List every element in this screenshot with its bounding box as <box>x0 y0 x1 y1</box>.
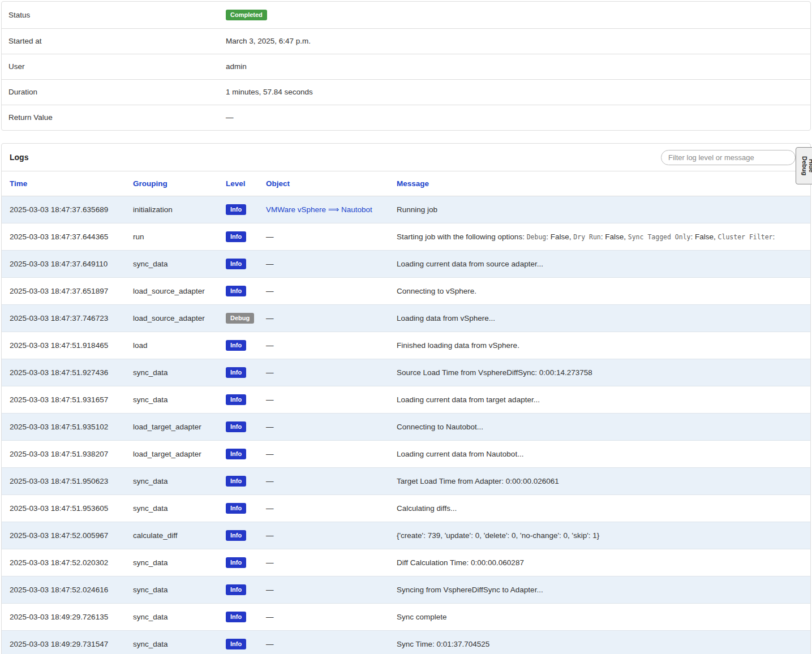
hide-debug-button[interactable]: Hide Debug <box>796 147 812 184</box>
log-object: — <box>258 441 389 468</box>
inline-code: Debug <box>527 233 547 241</box>
log-object: VMWare vSphere ⟹ Nautobot <box>258 196 389 223</box>
log-row: 2025-03-03 18:47:52.024616sync_dataInfo—… <box>2 576 810 604</box>
log-object: — <box>258 604 389 631</box>
log-grouping: run <box>125 223 218 251</box>
column-header-level: Level <box>218 171 258 196</box>
log-message: Syncing from VsphereDiffSync to Adapter.… <box>389 576 810 604</box>
log-row: 2025-03-03 18:47:51.927436sync_dataInfo—… <box>2 359 810 386</box>
log-row: 2025-03-03 18:49:29.731547sync_dataInfo—… <box>2 631 810 654</box>
detail-label: Return Value <box>2 105 219 131</box>
log-message: Sync Time: 0:01:37.704525 <box>389 631 810 654</box>
detail-table-body: StatusCompletedStarted atMarch 3, 2025, … <box>2 2 810 130</box>
log-grouping: sync_data <box>125 604 218 631</box>
log-message: Finished loading data from vSphere. <box>389 332 810 359</box>
column-header-time: Time <box>2 171 125 196</box>
inline-code: Dry Run <box>573 233 600 241</box>
log-level-badge: Info <box>226 367 246 378</box>
message-text: : False, <box>601 233 628 241</box>
detail-value: — <box>219 105 810 131</box>
log-level-badge: Info <box>226 231 246 242</box>
log-row: 2025-03-03 18:47:51.931657sync_dataInfo—… <box>2 386 810 414</box>
log-grouping: sync_data <box>125 359 218 386</box>
detail-value: Completed <box>219 2 810 29</box>
log-message: Loading data from vSphere... <box>389 305 810 332</box>
log-object: — <box>258 522 389 549</box>
detail-row: Duration1 minutes, 57.84 seconds <box>2 80 810 105</box>
log-level-badge: Debug <box>226 313 254 324</box>
log-row: 2025-03-03 18:47:37.746723load_source_ad… <box>2 305 810 332</box>
log-object: — <box>258 495 389 522</box>
log-level-badge: Info <box>226 286 246 296</box>
log-time: 2025-03-03 18:47:51.938207 <box>2 441 125 468</box>
log-object: — <box>258 549 389 576</box>
log-level-badge: Info <box>226 584 246 595</box>
log-message: Connecting to Nautobot... <box>389 414 810 441</box>
log-level: Info <box>218 223 258 251</box>
log-time: 2025-03-03 18:47:52.020302 <box>2 549 125 576</box>
log-time: 2025-03-03 18:47:51.927436 <box>2 359 125 386</box>
log-level: Debug <box>218 305 258 332</box>
job-result-page: StatusCompletedStarted atMarch 3, 2025, … <box>0 0 812 654</box>
log-level-badge: Info <box>226 639 246 649</box>
log-table-header-row: TimeGroupingLevelObjectMessage <box>2 171 810 196</box>
log-row: 2025-03-03 18:47:37.635689initialization… <box>2 196 810 223</box>
log-time: 2025-03-03 18:47:52.005967 <box>2 522 125 549</box>
log-message: Running job <box>389 196 810 223</box>
log-level-badge: Info <box>226 394 246 405</box>
log-grouping: sync_data <box>125 251 218 278</box>
detail-row: Return Value— <box>2 105 810 131</box>
log-message: Target Load Time from Adapter: 0:00:00.0… <box>389 468 810 495</box>
detail-label: Started at <box>2 29 219 54</box>
log-grouping: initialization <box>125 196 218 223</box>
log-grouping: sync_data <box>125 468 218 495</box>
log-row: 2025-03-03 18:47:37.651897load_source_ad… <box>2 278 810 305</box>
log-object: — <box>258 305 389 332</box>
detail-label: Status <box>2 2 219 29</box>
log-object: — <box>258 414 389 441</box>
log-level: Info <box>218 278 258 305</box>
log-object: — <box>258 278 389 305</box>
detail-label: Duration <box>2 80 219 105</box>
status-badge: Completed <box>226 10 267 20</box>
log-level-badge: Info <box>226 530 246 541</box>
log-time: 2025-03-03 18:47:51.953605 <box>2 495 125 522</box>
log-level: Info <box>218 196 258 223</box>
log-row: 2025-03-03 18:49:29.726135sync_dataInfo—… <box>2 604 810 631</box>
log-time: 2025-03-03 18:47:51.918465 <box>2 332 125 359</box>
log-message: Loading current data from source adapter… <box>389 251 810 278</box>
log-object: — <box>258 359 389 386</box>
log-time: 2025-03-03 18:47:37.635689 <box>2 196 125 223</box>
log-level-badge: Info <box>226 557 246 568</box>
log-grouping: load_source_adapter <box>125 305 218 332</box>
log-message: Diff Calculation Time: 0:00:00.060287 <box>389 549 810 576</box>
log-level-badge: Info <box>226 259 246 269</box>
log-table-body: 2025-03-03 18:47:37.635689initialization… <box>2 196 810 654</box>
log-level-badge: Info <box>226 340 246 351</box>
log-time: 2025-03-03 18:47:37.746723 <box>2 305 125 332</box>
detail-value: 1 minutes, 57.84 seconds <box>219 80 810 105</box>
log-grouping: load <box>125 332 218 359</box>
log-level-badge: Info <box>226 476 246 487</box>
log-time: 2025-03-03 18:47:51.950623 <box>2 468 125 495</box>
log-grouping: calculate_diff <box>125 522 218 549</box>
log-level-badge: Info <box>226 612 246 622</box>
log-level: Info <box>218 441 258 468</box>
message-text: : False, <box>546 233 573 241</box>
log-message: {'create': 739, 'update': 0, 'delete': 0… <box>389 522 810 549</box>
log-level: Info <box>218 386 258 414</box>
log-level: Info <box>218 604 258 631</box>
job-details-table: StatusCompletedStarted atMarch 3, 2025, … <box>2 2 810 130</box>
log-grouping: sync_data <box>125 631 218 654</box>
detail-row: Useradmin <box>2 54 810 80</box>
log-level: Info <box>218 576 258 604</box>
column-header-object: Object <box>258 171 389 196</box>
log-grouping: load_target_adapter <box>125 414 218 441</box>
log-object: — <box>258 223 389 251</box>
log-level: Info <box>218 631 258 654</box>
log-level: Info <box>218 549 258 576</box>
log-time: 2025-03-03 18:47:37.651897 <box>2 278 125 305</box>
log-filter-input[interactable] <box>661 150 796 165</box>
log-level: Info <box>218 414 258 441</box>
log-object-link[interactable]: VMWare vSphere ⟹ Nautobot <box>266 205 372 214</box>
